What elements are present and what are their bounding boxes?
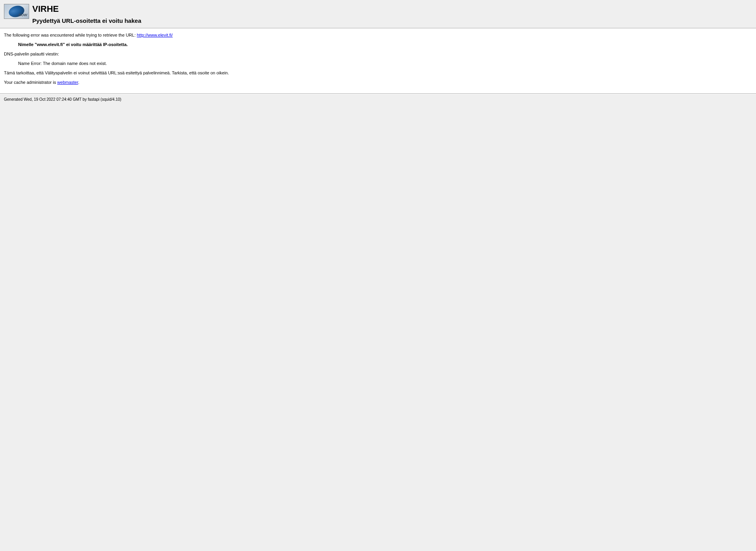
error-message-bold: Nimelle "www.elevit.fi" ei voitu määritt… (18, 42, 752, 47)
dns-error-detail: Name Error: The domain name does not exi… (18, 61, 752, 66)
error-content: The following error was encountered whil… (0, 29, 756, 93)
requested-url-link[interactable]: http://www.elevit.fi/ (137, 33, 173, 37)
page-title: VIRHE (32, 4, 141, 14)
explanation-text: Tämä tarkoittaa, että Välityspalvelin ei… (4, 70, 752, 75)
error-header: NOW VIRHE Pyydettyä URL-osoitetta ei voi… (0, 0, 756, 28)
admin-line: Your cache administrator is webmaster. (4, 80, 752, 85)
intro-line: The following error was encountered whil… (4, 33, 752, 37)
footer: Generated Wed, 19 Oct 2022 07:24:40 GMT … (0, 94, 756, 105)
generated-timestamp: Generated Wed, 19 Oct 2022 07:24:40 GMT … (4, 97, 121, 102)
dns-intro: DNS-palvelin palautti viestin: (4, 52, 752, 56)
squid-logo: NOW (4, 4, 29, 19)
admin-prefix: Your cache administrator is (4, 80, 57, 85)
intro-prefix: The following error was encountered whil… (4, 33, 137, 37)
page-subtitle: Pyydettyä URL-osoitetta ei voitu hakea (32, 17, 141, 24)
header-text-block: VIRHE Pyydettyä URL-osoitetta ei voitu h… (32, 4, 141, 24)
webmaster-link[interactable]: webmaster (57, 80, 78, 85)
admin-suffix: . (78, 80, 80, 85)
